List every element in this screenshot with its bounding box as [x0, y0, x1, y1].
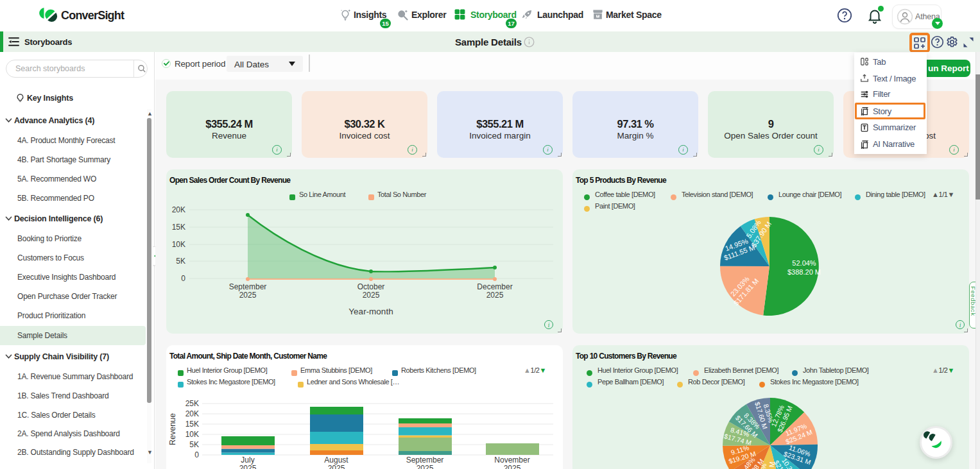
svg-text:10K: 10K: [172, 240, 185, 249]
svg-text:September: September: [229, 282, 267, 291]
svg-text:25K: 25K: [185, 399, 199, 408]
svg-text:2025: 2025: [363, 291, 380, 300]
svg-text:October: October: [357, 282, 385, 291]
svg-text:September: September: [406, 456, 444, 465]
svg-text:2025: 2025: [504, 464, 521, 469]
svg-text:5K: 5K: [176, 257, 185, 266]
svg-text:Year-month: Year-month: [348, 307, 393, 316]
svg-text:20K: 20K: [172, 205, 185, 214]
svg-text:0: 0: [194, 450, 199, 459]
svg-text:July: July: [241, 456, 254, 465]
svg-text:52.04%: 52.04%: [792, 259, 816, 267]
svg-text:2025: 2025: [417, 464, 434, 469]
svg-text:$21.42 M: $21.42 M: [766, 461, 775, 469]
svg-text:15K: 15K: [172, 223, 185, 232]
svg-text:August: August: [324, 456, 348, 465]
svg-text:5K: 5K: [189, 440, 199, 449]
svg-text:December: December: [477, 282, 512, 291]
svg-text:2025: 2025: [486, 291, 504, 300]
svg-text:$388.20 M: $388.20 M: [787, 268, 821, 276]
svg-text:20K: 20K: [185, 409, 199, 418]
svg-text:10K: 10K: [185, 430, 199, 439]
svg-text:November: November: [494, 456, 529, 465]
svg-text:Revenue: Revenue: [168, 413, 177, 445]
svg-text:15K: 15K: [185, 420, 199, 429]
svg-text:2025: 2025: [328, 464, 345, 469]
svg-text:0: 0: [181, 274, 185, 283]
svg-text:2025: 2025: [239, 291, 257, 300]
svg-text:2025: 2025: [239, 464, 257, 469]
